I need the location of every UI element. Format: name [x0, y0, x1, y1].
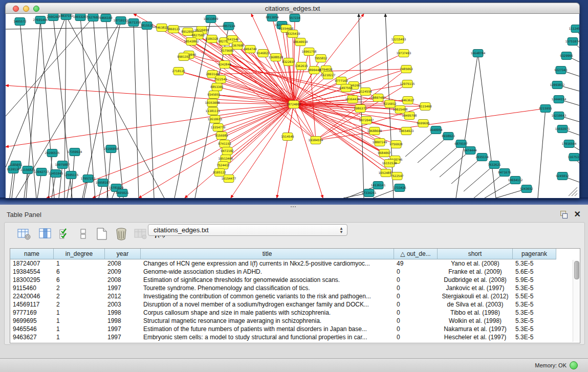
table-cell[interactable]: 0: [394, 292, 438, 300]
table-cell[interactable]: 5.3E-5: [513, 317, 556, 325]
table-cell[interactable]: 49: [394, 259, 438, 268]
float-window-icon[interactable]: [559, 211, 568, 218]
table-cell[interactable]: 2012: [105, 292, 141, 300]
show-column-icon[interactable]: [38, 227, 53, 241]
table-cell[interactable]: Genome-wide association studies in ADHD.: [141, 268, 394, 276]
graph-node[interactable]: 2506203: [47, 14, 60, 21]
graph-node[interactable]: 7632621: [488, 161, 501, 169]
graph-node[interactable]: 9756928: [389, 141, 403, 148]
graph-node[interactable]: 18640910: [293, 38, 308, 46]
graph-node[interactable]: 10975887: [55, 161, 70, 169]
graph-node[interactable]: 11156823: [20, 166, 35, 174]
table-cell[interactable]: 9777169: [10, 309, 54, 317]
table-cell[interactable]: Disruption of a novel member of a sodium…: [141, 300, 394, 309]
table-row[interactable]: 969969511998Structural magnetic resonanc…: [10, 317, 573, 325]
graph-node[interactable]: 20206535: [45, 149, 60, 157]
graph-node[interactable]: 12093832: [550, 81, 565, 89]
table-cell[interactable]: Changes of HCN gene expression and I(f) …: [141, 259, 394, 268]
graph-node[interactable]: 10720407: [359, 117, 374, 124]
graph-node[interactable]: 2935114: [475, 154, 489, 161]
table-body[interactable]: 1872400712008Changes of HCN gene express…: [10, 259, 573, 341]
graph-node[interactable]: 8471676: [498, 169, 511, 177]
graph-node[interactable]: 16154477: [222, 175, 236, 183]
graph-node[interactable]: 15692971: [555, 125, 570, 133]
graph-node[interactable]: 27691406: [33, 16, 48, 24]
scrollbar-thumb[interactable]: [574, 261, 579, 279]
table-cell[interactable]: Tibbo et al. (1998): [438, 309, 513, 317]
graph-node[interactable]: 9901353: [177, 53, 190, 61]
close-panel-icon[interactable]: ✕: [574, 209, 581, 219]
table-cell[interactable]: de Silva et al. (2003): [438, 300, 513, 309]
graph-node[interactable]: 7463822: [155, 24, 168, 32]
table-cell[interactable]: 0: [394, 268, 438, 276]
table-cell[interactable]: 2003: [105, 300, 141, 309]
graph-node[interactable]: 19737493: [397, 50, 411, 57]
table-cell[interactable]: 1: [54, 317, 105, 325]
graph-node[interactable]: 1167533: [568, 154, 579, 161]
graph-node[interactable]: 12975115: [400, 80, 415, 88]
graph-node[interactable]: 9890448: [308, 67, 321, 74]
table-source-select[interactable]: citations_edges.txt ▲▼: [148, 224, 347, 236]
table-cell[interactable]: 22420046: [10, 292, 54, 300]
table-cell[interactable]: 1998: [105, 309, 141, 317]
table-cell[interactable]: 1997: [105, 333, 141, 341]
table-cell[interactable]: 0: [394, 276, 438, 284]
graph-node[interactable]: 6497568: [339, 84, 353, 92]
graph-node[interactable]: 10807487: [371, 94, 386, 102]
table-cell[interactable]: 2: [54, 300, 105, 309]
table-row[interactable]: 946554611997Estimation of the future num…: [10, 325, 573, 333]
graph-node[interactable]: 16210643: [552, 112, 567, 120]
graph-node[interactable]: 9115460: [419, 103, 432, 111]
attribute-table[interactable]: namein_degreeyeartitle△ out_de...shortpa…: [10, 248, 580, 343]
graph-node[interactable]: 10653287: [73, 14, 88, 21]
graph-node[interactable]: 9139134: [7, 166, 20, 173]
graph-node[interactable]: 16151520: [382, 160, 397, 167]
graph-node[interactable]: 15688520: [269, 54, 284, 61]
graph-node[interactable]: 19654923: [399, 127, 414, 135]
new-table-icon[interactable]: [95, 227, 109, 241]
graph-node[interactable]: 17016504: [562, 140, 577, 148]
table-cell[interactable]: 5.3E-5: [513, 259, 556, 268]
table-cell[interactable]: 5.3E-5: [513, 284, 556, 292]
table-cell[interactable]: 0: [394, 284, 438, 292]
graph-node[interactable]: 25166050: [104, 145, 119, 153]
graph-node[interactable]: 17359924: [68, 148, 82, 156]
table-cell[interactable]: 5.9E-5: [513, 276, 556, 284]
table-cell[interactable]: 14569117: [10, 300, 54, 309]
table-cell[interactable]: Wolkin et al. (1998): [438, 317, 513, 325]
table-cell[interactable]: 9463627: [10, 333, 54, 341]
table-cell[interactable]: 1: [54, 325, 105, 333]
table-cell[interactable]: 0: [394, 300, 438, 309]
graph-node[interactable]: 9463627: [401, 97, 415, 104]
table-row[interactable]: 946362711997Embryonic stem cells: a mode…: [10, 333, 573, 341]
delete-table-icon[interactable]: [114, 227, 128, 241]
table-cell[interactable]: 0: [394, 309, 438, 317]
table-cell[interactable]: Embryonic stem cells: a model to study s…: [141, 333, 394, 341]
graph-node[interactable]: 16210227: [321, 72, 336, 79]
graph-node[interactable]: 16961758: [302, 48, 317, 56]
graph-node[interactable]: 1405572: [13, 18, 27, 26]
graph-node[interactable]: 8322037: [282, 58, 295, 66]
table-cell[interactable]: 2: [54, 292, 105, 300]
memory-status-icon[interactable]: [570, 361, 578, 369]
table-cell[interactable]: Structural magnetic resonance image aver…: [141, 317, 394, 325]
graph-node[interactable]: 12215493: [391, 36, 406, 43]
vertical-scrollbar[interactable]: [573, 260, 579, 342]
graph-node[interactable]: 7955812: [314, 55, 328, 62]
graph-node[interactable]: 8938923: [442, 133, 455, 140]
table-cell[interactable]: Nakamura et al. (1997): [438, 325, 513, 333]
column-header-name[interactable]: name: [10, 249, 54, 259]
table-cell[interactable]: 6: [54, 268, 105, 276]
graph-node[interactable]: 13942737: [34, 168, 49, 176]
graph-node[interactable]: 13354770: [211, 124, 226, 132]
table-cell[interactable]: 1: [54, 309, 105, 317]
graph-node[interactable]: 14136141: [371, 182, 386, 189]
table-cell[interactable]: 5.3E-5: [513, 309, 556, 317]
column-header-in-degree[interactable]: in_degree: [54, 249, 105, 259]
graph-node[interactable]: 9175685: [221, 47, 234, 55]
table-cell[interactable]: Corpus callosum shape and size in male p…: [141, 309, 394, 317]
graph-node[interactable]: 9243652: [520, 185, 533, 193]
graph-node[interactable]: 9777169: [335, 77, 348, 85]
table-cell[interactable]: 6: [54, 276, 105, 284]
table-cell[interactable]: 1997: [105, 284, 141, 292]
